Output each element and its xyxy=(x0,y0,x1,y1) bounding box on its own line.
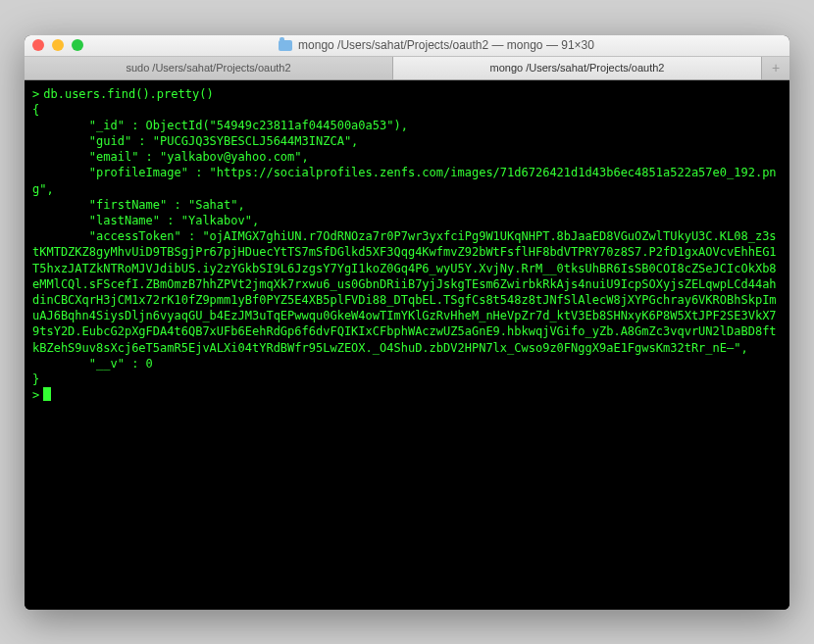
tab-bar: sudo /Users/sahat/Projects/oauth2 mongo … xyxy=(25,57,789,80)
add-tab-button[interactable]: + xyxy=(762,57,789,79)
tab-mongo[interactable]: mongo /Users/sahat/Projects/oauth2 xyxy=(393,57,762,79)
tab-label: sudo /Users/sahat/Projects/oauth2 xyxy=(126,62,290,74)
minimize-button[interactable] xyxy=(52,39,64,51)
window-title-row: mongo /Users/sahat/Projects/oauth2 — mon… xyxy=(91,38,782,52)
terminal-window: mongo /Users/sahat/Projects/oauth2 — mon… xyxy=(25,35,789,610)
prompt-symbol: > xyxy=(32,86,39,102)
maximize-button[interactable] xyxy=(72,39,83,51)
prompt-symbol: > xyxy=(32,387,39,403)
traffic-lights xyxy=(32,39,83,51)
cursor xyxy=(43,387,51,401)
tab-sudo[interactable]: sudo /Users/sahat/Projects/oauth2 xyxy=(25,57,393,79)
terminal-output: { "_id" : ObjectId("54949c23811af044500a… xyxy=(32,103,777,386)
command-text: db.users.find().pretty() xyxy=(43,86,213,102)
tab-label: mongo /Users/sahat/Projects/oauth2 xyxy=(490,62,665,74)
window-title: mongo /Users/sahat/Projects/oauth2 — mon… xyxy=(298,38,594,52)
titlebar: mongo /Users/sahat/Projects/oauth2 — mon… xyxy=(25,35,789,57)
terminal-content[interactable]: >db.users.find().pretty(){ "_id" : Objec… xyxy=(25,80,789,610)
close-button[interactable] xyxy=(32,39,44,51)
folder-icon xyxy=(279,40,292,51)
